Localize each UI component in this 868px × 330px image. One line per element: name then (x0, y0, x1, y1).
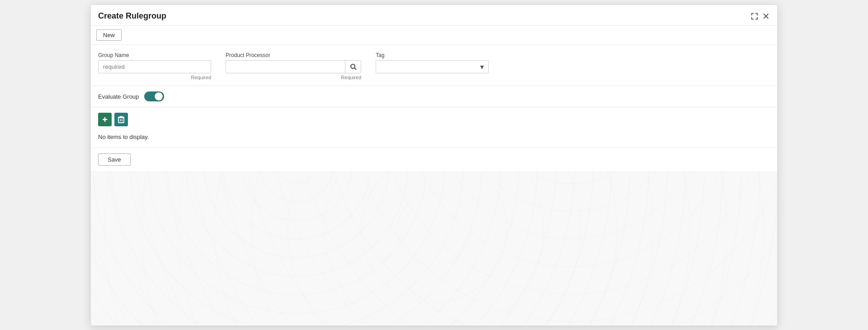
expand-icon[interactable] (750, 12, 759, 20)
product-processor-field: Product Processor Required (226, 52, 361, 80)
group-name-input[interactable] (98, 60, 211, 73)
evaluate-section: Evaluate Group (91, 86, 777, 107)
close-icon[interactable]: ✕ (762, 12, 770, 21)
tag-label: Tag (376, 52, 489, 58)
toggle-track (144, 91, 164, 101)
modal-title: Create Rulegroup (98, 11, 166, 21)
save-section: Save (91, 148, 777, 171)
tag-select[interactable] (376, 60, 489, 73)
svg-line-1 (354, 68, 356, 70)
modal-content: Create Rulegroup ✕ New Group Name (91, 5, 777, 307)
toggle-thumb (155, 92, 163, 100)
group-name-label: Group Name (98, 52, 211, 58)
background-filler (91, 171, 777, 307)
svg-rect-4 (118, 118, 124, 123)
header-actions: ✕ (750, 12, 770, 21)
add-item-button[interactable] (98, 113, 112, 126)
evaluate-label: Evaluate Group (98, 93, 139, 100)
no-items-text: No items to display. (98, 132, 770, 142)
delete-item-button[interactable] (114, 113, 128, 126)
tag-field: Tag ▼ (376, 52, 489, 73)
save-button[interactable]: Save (98, 153, 131, 166)
form-row: Group Name Required Product Processor (98, 52, 770, 80)
evaluate-toggle[interactable] (144, 91, 164, 101)
toolbar-row: New (91, 25, 777, 44)
group-name-field: Group Name Required (98, 52, 211, 80)
modal-header: Create Rulegroup ✕ (91, 5, 777, 25)
product-processor-wrapper (226, 60, 361, 73)
items-toolbar (98, 113, 770, 126)
tag-select-wrapper: ▼ (376, 60, 489, 73)
items-section: No items to display. (91, 107, 777, 148)
form-section: Group Name Required Product Processor (91, 44, 777, 86)
product-processor-input[interactable] (226, 60, 361, 73)
svg-point-0 (351, 64, 355, 68)
product-processor-required: Required (226, 75, 361, 80)
product-processor-label: Product Processor (226, 52, 361, 58)
new-button[interactable]: New (96, 29, 122, 41)
group-name-required: Required (98, 75, 211, 80)
create-rulegroup-modal: Create Rulegroup ✕ New Group Name (90, 5, 778, 326)
product-processor-search-button[interactable] (345, 60, 361, 73)
